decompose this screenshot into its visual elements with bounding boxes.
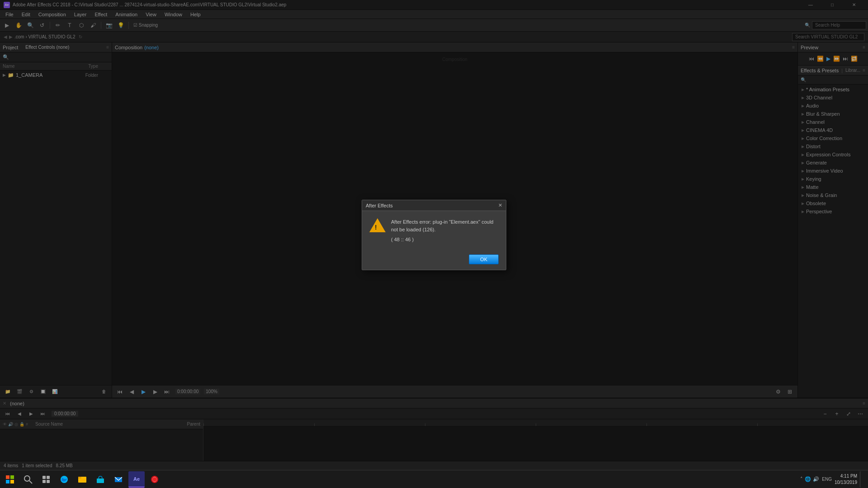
svg-rect-1 (10, 475, 14, 479)
taskbar-ae-btn[interactable]: Ae (128, 471, 145, 488)
taskview-icon (42, 475, 51, 484)
dialog-title: After Effects (366, 203, 393, 208)
svg-rect-3 (10, 480, 14, 483)
edge-icon (60, 475, 69, 484)
dialog-ok-button[interactable]: OK (469, 254, 499, 264)
taskbar: Ae ˄ 🌐 🔊 ENG 4:11 PM 10/13/2019 (0, 470, 868, 488)
svg-rect-13 (79, 479, 85, 479)
opera-icon (150, 475, 159, 484)
dialog-message-line1: After Effects error: plug-in "Element.ae… (391, 218, 499, 233)
dialog-content: After Effects error: plug-in "Element.ae… (362, 211, 506, 251)
systray-network[interactable]: 🌐 (805, 476, 811, 482)
svg-rect-0 (6, 475, 9, 479)
dialog-footer: OK (362, 251, 506, 270)
start-button[interactable] (2, 471, 18, 488)
svg-rect-9 (47, 480, 50, 483)
taskbar-explorer-btn[interactable] (74, 471, 90, 488)
lang-label: ENG (822, 477, 832, 482)
svg-line-5 (29, 481, 32, 483)
search-icon (24, 475, 33, 484)
svg-point-4 (24, 476, 30, 481)
clock-time: 4:11 PM (835, 473, 857, 479)
svg-rect-14 (79, 480, 85, 481)
dialog-titlebar: After Effects ✕ (362, 200, 506, 211)
svg-rect-2 (6, 480, 9, 483)
systray-arrow[interactable]: ˄ (800, 476, 803, 482)
error-dialog: After Effects ✕ After Effects error: plu… (362, 200, 506, 270)
svg-rect-15 (97, 479, 104, 483)
taskbar-store-btn[interactable] (92, 471, 108, 488)
taskbar-mail-btn[interactable] (110, 471, 127, 488)
systray-speaker[interactable]: 🔊 (813, 476, 819, 482)
mail-icon (114, 475, 123, 484)
dialog-overlay: After Effects ✕ After Effects error: plu… (0, 0, 868, 470)
explorer-icon (78, 475, 87, 484)
svg-rect-6 (42, 476, 46, 479)
ae-icon: Ae (133, 476, 140, 482)
taskbar-search-btn[interactable] (20, 471, 36, 488)
svg-rect-7 (47, 476, 50, 479)
taskbar-clock[interactable]: 4:11 PM 10/13/2019 (835, 473, 857, 486)
dialog-message: After Effects error: plug-in "Element.ae… (391, 218, 499, 244)
windows-icon (6, 475, 14, 483)
taskbar-right: ˄ 🌐 🔊 ENG 4:11 PM 10/13/2019 (797, 471, 866, 488)
dialog-message-line2: ( 48 :: 46 ) (391, 236, 499, 244)
taskbar-taskview-btn[interactable] (38, 471, 54, 488)
dialog-close-icon[interactable]: ✕ (498, 202, 502, 208)
svg-rect-8 (42, 480, 46, 483)
lang-indicator: ENG (822, 477, 832, 482)
show-desktop-btn[interactable] (860, 471, 863, 488)
store-icon (96, 475, 105, 484)
taskbar-opera-btn[interactable] (146, 471, 163, 488)
systray: ˄ 🌐 🔊 (800, 476, 819, 482)
svg-rect-12 (78, 477, 81, 479)
warning-triangle (369, 218, 386, 232)
taskbar-edge-btn[interactable] (56, 471, 72, 488)
clock-date: 10/13/2019 (835, 479, 857, 486)
warning-icon (369, 218, 386, 235)
